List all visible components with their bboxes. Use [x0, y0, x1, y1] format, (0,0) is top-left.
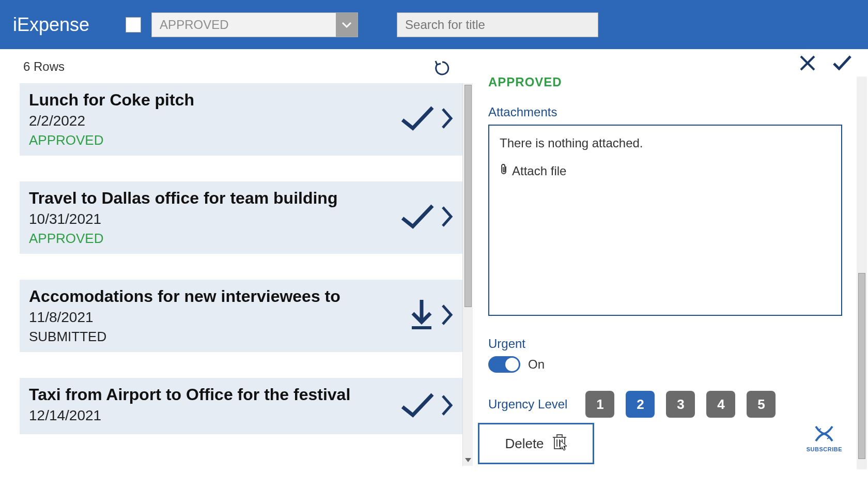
list-item[interactable]: Lunch for Coke pitch2/2/2022APPROVED [20, 83, 462, 156]
filter-select-value: APPROVED [152, 18, 336, 32]
urgent-label: Urgent [488, 337, 842, 351]
download-icon [408, 298, 436, 334]
chevron-right-icon[interactable] [441, 394, 453, 419]
check-icon [399, 104, 436, 134]
urgency-level-3[interactable]: 3 [666, 391, 695, 418]
attachments-label: Attachments [488, 105, 842, 119]
list-scrollbar[interactable] [462, 83, 473, 466]
detail-pane: APPROVED Attachments There is nothing at… [473, 49, 868, 488]
attach-file-button[interactable]: Attach file [500, 163, 831, 179]
list-pane: 6 Rows Lunch for Coke pitch2/2/2022APPRO… [0, 49, 473, 488]
check-icon [399, 391, 436, 421]
app-header: iExpense APPROVED [0, 0, 868, 49]
urgent-toggle[interactable] [488, 356, 520, 373]
list-item-date: 11/8/2021 [29, 309, 340, 326]
attach-file-label: Attach file [512, 164, 566, 178]
list-item-title: Taxi from Airport to Office for the fest… [29, 385, 350, 404]
delete-button[interactable]: Delete [478, 423, 594, 464]
list-item[interactable]: Accomodations for new interviewees to11/… [20, 280, 462, 352]
scroll-down-icon[interactable] [463, 455, 473, 466]
list-item-date: 10/31/2021 [29, 211, 337, 227]
urgency-level-1[interactable]: 1 [585, 391, 614, 418]
list-item-status: SUBMITTED [29, 329, 340, 345]
detail-scrollbar[interactable] [857, 77, 867, 469]
list-item-status: APPROVED [29, 132, 194, 148]
refresh-icon[interactable] [433, 59, 451, 79]
list-scrollbar-thumb[interactable] [464, 85, 472, 307]
list-item[interactable]: Taxi from Airport to Office for the fest… [20, 378, 462, 434]
urgency-level-5[interactable]: 5 [747, 391, 776, 418]
urgency-level-label: Urgency Level [488, 397, 567, 411]
list-item[interactable]: Travel to Dallas office for team buildin… [20, 181, 462, 254]
filter-select[interactable]: APPROVED [151, 12, 358, 37]
attachments-box[interactable]: There is nothing attached. Attach file [488, 125, 842, 316]
urgency-level-2[interactable]: 2 [626, 391, 655, 418]
chevron-right-icon[interactable] [441, 303, 453, 328]
search-input[interactable] [397, 12, 598, 37]
urgency-level-4[interactable]: 4 [706, 391, 735, 418]
filter-checkbox[interactable] [126, 17, 141, 33]
rows-count-label: 6 Rows [0, 59, 473, 74]
svg-marker-2 [465, 458, 471, 462]
list-item-title: Lunch for Coke pitch [29, 90, 194, 110]
list-item-title: Accomodations for new interviewees to [29, 287, 340, 306]
subscribe-label: SUBSCRIBE [807, 446, 842, 452]
trash-icon [552, 433, 567, 454]
chevron-right-icon[interactable] [441, 205, 453, 230]
attachments-empty-text: There is nothing attached. [500, 136, 831, 150]
detail-status: APPROVED [488, 75, 842, 89]
svg-rect-10 [557, 435, 562, 437]
list-item-date: 2/2/2022 [29, 113, 194, 129]
delete-label: Delete [505, 436, 544, 452]
paperclip-icon [500, 163, 508, 179]
urgent-state-label: On [528, 357, 545, 372]
detail-scrollbar-thumb[interactable] [858, 273, 865, 459]
subscribe-badge[interactable]: SUBSCRIBE [807, 423, 842, 452]
app-title: iExpense [13, 14, 89, 36]
list-item-title: Travel to Dallas office for team buildin… [29, 189, 337, 208]
list-item-date: 12/14/2021 [29, 407, 350, 424]
check-icon [399, 203, 436, 233]
chevron-right-icon[interactable] [441, 107, 453, 132]
list-item-status: APPROVED [29, 231, 337, 247]
chevron-down-icon[interactable] [336, 13, 358, 37]
